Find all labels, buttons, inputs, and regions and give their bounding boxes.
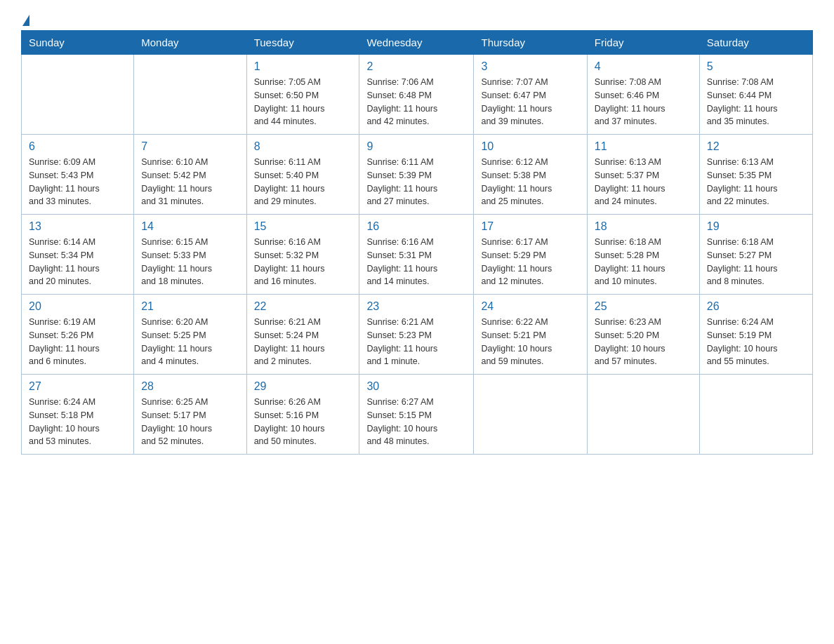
page-header	[21, 14, 813, 23]
day-number: 27	[29, 380, 126, 393]
day-info: Sunrise: 6:18 AM Sunset: 5:28 PM Dayligh…	[595, 236, 692, 288]
calendar-cell: 25Sunrise: 6:23 AM Sunset: 5:20 PM Dayli…	[587, 295, 699, 375]
day-info: Sunrise: 7:08 AM Sunset: 6:46 PM Dayligh…	[595, 76, 692, 128]
day-number: 3	[481, 60, 579, 73]
calendar-cell: 27Sunrise: 6:24 AM Sunset: 5:18 PM Dayli…	[22, 375, 134, 455]
day-info: Sunrise: 6:13 AM Sunset: 5:35 PM Dayligh…	[707, 156, 805, 208]
logo	[21, 14, 29, 23]
calendar-cell: 12Sunrise: 6:13 AM Sunset: 5:35 PM Dayli…	[699, 135, 812, 215]
calendar-cell: 1Sunrise: 7:05 AM Sunset: 6:50 PM Daylig…	[246, 55, 359, 135]
day-info: Sunrise: 6:12 AM Sunset: 5:38 PM Dayligh…	[481, 156, 579, 208]
day-header-monday: Monday	[134, 31, 246, 55]
calendar-body: 1Sunrise: 7:05 AM Sunset: 6:50 PM Daylig…	[22, 55, 813, 455]
day-number: 8	[254, 140, 352, 153]
calendar-header: SundayMondayTuesdayWednesdayThursdayFrid…	[22, 31, 813, 55]
calendar-cell: 15Sunrise: 6:16 AM Sunset: 5:32 PM Dayli…	[246, 215, 359, 295]
day-info: Sunrise: 6:14 AM Sunset: 5:34 PM Dayligh…	[29, 236, 126, 288]
day-info: Sunrise: 6:17 AM Sunset: 5:29 PM Dayligh…	[481, 236, 579, 288]
day-info: Sunrise: 7:05 AM Sunset: 6:50 PM Dayligh…	[254, 76, 352, 128]
calendar-cell: 26Sunrise: 6:24 AM Sunset: 5:19 PM Dayli…	[699, 295, 812, 375]
calendar-cell: 10Sunrise: 6:12 AM Sunset: 5:38 PM Dayli…	[474, 135, 587, 215]
week-row-2: 6Sunrise: 6:09 AM Sunset: 5:43 PM Daylig…	[22, 135, 813, 215]
calendar-cell: 23Sunrise: 6:21 AM Sunset: 5:23 PM Dayli…	[359, 295, 474, 375]
day-number: 16	[366, 220, 466, 233]
day-number: 26	[707, 300, 805, 313]
logo-triangle-icon	[22, 15, 29, 26]
calendar-cell	[699, 375, 812, 455]
day-info: Sunrise: 6:21 AM Sunset: 5:24 PM Dayligh…	[254, 316, 352, 368]
day-header-tuesday: Tuesday	[246, 31, 359, 55]
day-number: 17	[481, 220, 579, 233]
day-info: Sunrise: 6:09 AM Sunset: 5:43 PM Dayligh…	[29, 156, 126, 208]
day-header-thursday: Thursday	[474, 31, 587, 55]
day-number: 20	[29, 300, 126, 313]
day-info: Sunrise: 6:11 AM Sunset: 5:40 PM Dayligh…	[254, 156, 352, 208]
calendar-cell	[587, 375, 699, 455]
calendar-cell: 13Sunrise: 6:14 AM Sunset: 5:34 PM Dayli…	[22, 215, 134, 295]
week-row-5: 27Sunrise: 6:24 AM Sunset: 5:18 PM Dayli…	[22, 375, 813, 455]
day-number: 10	[481, 140, 579, 153]
day-number: 15	[254, 220, 352, 233]
day-info: Sunrise: 6:10 AM Sunset: 5:42 PM Dayligh…	[141, 156, 239, 208]
calendar-cell: 22Sunrise: 6:21 AM Sunset: 5:24 PM Dayli…	[246, 295, 359, 375]
day-header-sunday: Sunday	[22, 31, 134, 55]
day-number: 22	[254, 300, 352, 313]
day-info: Sunrise: 7:06 AM Sunset: 6:48 PM Dayligh…	[366, 76, 466, 128]
day-number: 4	[595, 60, 692, 73]
calendar-cell: 3Sunrise: 7:07 AM Sunset: 6:47 PM Daylig…	[474, 55, 587, 135]
day-number: 2	[366, 60, 466, 73]
calendar-cell: 4Sunrise: 7:08 AM Sunset: 6:46 PM Daylig…	[587, 55, 699, 135]
calendar-cell: 14Sunrise: 6:15 AM Sunset: 5:33 PM Dayli…	[134, 215, 246, 295]
calendar-cell: 21Sunrise: 6:20 AM Sunset: 5:25 PM Dayli…	[134, 295, 246, 375]
day-number: 21	[141, 300, 239, 313]
calendar-cell: 9Sunrise: 6:11 AM Sunset: 5:39 PM Daylig…	[359, 135, 474, 215]
calendar-cell: 17Sunrise: 6:17 AM Sunset: 5:29 PM Dayli…	[474, 215, 587, 295]
day-number: 30	[366, 380, 466, 393]
day-number: 25	[595, 300, 692, 313]
calendar-cell: 30Sunrise: 6:27 AM Sunset: 5:15 PM Dayli…	[359, 375, 474, 455]
day-number: 13	[29, 220, 126, 233]
day-info: Sunrise: 6:15 AM Sunset: 5:33 PM Dayligh…	[141, 236, 239, 288]
calendar-cell: 5Sunrise: 7:08 AM Sunset: 6:44 PM Daylig…	[699, 55, 812, 135]
calendar-cell: 7Sunrise: 6:10 AM Sunset: 5:42 PM Daylig…	[134, 135, 246, 215]
day-number: 23	[366, 300, 466, 313]
day-info: Sunrise: 6:27 AM Sunset: 5:15 PM Dayligh…	[366, 396, 466, 448]
calendar-cell: 24Sunrise: 6:22 AM Sunset: 5:21 PM Dayli…	[474, 295, 587, 375]
day-info: Sunrise: 6:13 AM Sunset: 5:37 PM Dayligh…	[595, 156, 692, 208]
calendar-cell: 20Sunrise: 6:19 AM Sunset: 5:26 PM Dayli…	[22, 295, 134, 375]
day-number: 6	[29, 140, 126, 153]
day-info: Sunrise: 6:19 AM Sunset: 5:26 PM Dayligh…	[29, 316, 126, 368]
calendar-cell: 2Sunrise: 7:06 AM Sunset: 6:48 PM Daylig…	[359, 55, 474, 135]
day-info: Sunrise: 6:16 AM Sunset: 5:31 PM Dayligh…	[366, 236, 466, 288]
day-info: Sunrise: 6:24 AM Sunset: 5:19 PM Dayligh…	[707, 316, 805, 368]
day-info: Sunrise: 6:25 AM Sunset: 5:17 PM Dayligh…	[141, 396, 239, 448]
day-number: 28	[141, 380, 239, 393]
calendar-cell: 6Sunrise: 6:09 AM Sunset: 5:43 PM Daylig…	[22, 135, 134, 215]
day-number: 24	[481, 300, 579, 313]
day-number: 9	[366, 140, 466, 153]
calendar-cell: 8Sunrise: 6:11 AM Sunset: 5:40 PM Daylig…	[246, 135, 359, 215]
header-row: SundayMondayTuesdayWednesdayThursdayFrid…	[22, 31, 813, 55]
calendar-cell: 28Sunrise: 6:25 AM Sunset: 5:17 PM Dayli…	[134, 375, 246, 455]
calendar-cell	[22, 55, 134, 135]
day-info: Sunrise: 6:23 AM Sunset: 5:20 PM Dayligh…	[595, 316, 692, 368]
day-number: 5	[707, 60, 805, 73]
day-number: 12	[707, 140, 805, 153]
week-row-3: 13Sunrise: 6:14 AM Sunset: 5:34 PM Dayli…	[22, 215, 813, 295]
calendar-table: SundayMondayTuesdayWednesdayThursdayFrid…	[21, 30, 813, 455]
day-number: 19	[707, 220, 805, 233]
calendar-cell: 11Sunrise: 6:13 AM Sunset: 5:37 PM Dayli…	[587, 135, 699, 215]
calendar-cell	[474, 375, 587, 455]
day-header-friday: Friday	[587, 31, 699, 55]
day-number: 14	[141, 220, 239, 233]
day-number: 7	[141, 140, 239, 153]
day-info: Sunrise: 6:11 AM Sunset: 5:39 PM Dayligh…	[366, 156, 466, 208]
calendar-cell: 19Sunrise: 6:18 AM Sunset: 5:27 PM Dayli…	[699, 215, 812, 295]
day-number: 1	[254, 60, 352, 73]
calendar-cell: 29Sunrise: 6:26 AM Sunset: 5:16 PM Dayli…	[246, 375, 359, 455]
day-number: 11	[595, 140, 692, 153]
day-number: 18	[595, 220, 692, 233]
day-info: Sunrise: 6:20 AM Sunset: 5:25 PM Dayligh…	[141, 316, 239, 368]
day-info: Sunrise: 6:22 AM Sunset: 5:21 PM Dayligh…	[481, 316, 579, 368]
calendar-cell	[134, 55, 246, 135]
